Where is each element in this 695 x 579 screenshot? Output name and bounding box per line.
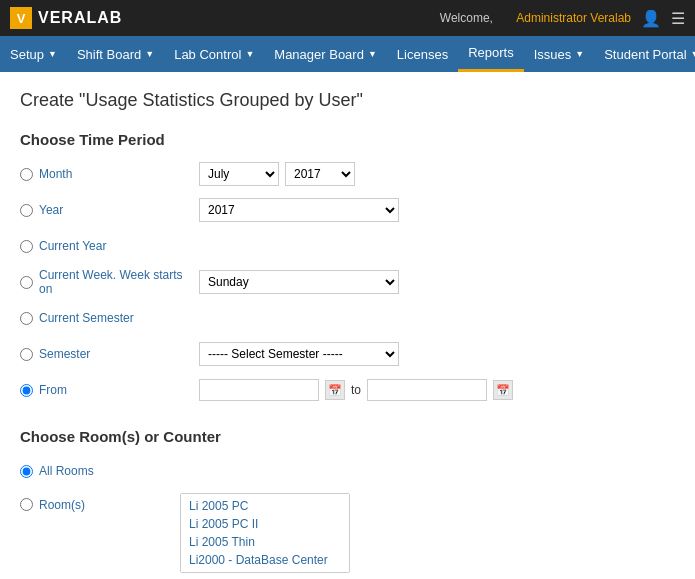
room-option[interactable]: Li 2005 Thin xyxy=(185,533,345,551)
nav-licenses-label: Licenses xyxy=(397,47,448,62)
rooms-radio[interactable] xyxy=(20,498,33,511)
welcome-text: Welcome, xyxy=(440,11,493,25)
nav-issues-label: Issues xyxy=(534,47,572,62)
month-label[interactable]: Month xyxy=(39,167,199,181)
nav-studentportal[interactable]: Student Portal ▼ xyxy=(594,36,695,72)
nav-shiftboard-label: Shift Board xyxy=(77,47,141,62)
nav-setup-arrow: ▼ xyxy=(48,49,57,59)
semester-label[interactable]: Semester xyxy=(39,347,199,361)
top-bar: V VERALAB Welcome, Administrator Veralab… xyxy=(0,0,695,36)
nav-issues-arrow: ▼ xyxy=(575,49,584,59)
nav-labcontrol-label: Lab Control xyxy=(174,47,241,62)
nav-labcontrol-arrow: ▼ xyxy=(245,49,254,59)
current-semester-label[interactable]: Current Semester xyxy=(39,311,199,325)
current-year-label[interactable]: Current Year xyxy=(39,239,199,253)
current-week-radio[interactable] xyxy=(20,276,33,289)
nav-shiftboard-arrow: ▼ xyxy=(145,49,154,59)
nav-managerboard-arrow: ▼ xyxy=(368,49,377,59)
month-select[interactable]: JanuaryFebruaryMarchAprilMayJuneJulyAugu… xyxy=(199,162,279,186)
year-label[interactable]: Year xyxy=(39,203,199,217)
from-calendar-icon[interactable]: 📅 xyxy=(325,380,345,400)
all-rooms-label[interactable]: All Rooms xyxy=(39,464,199,478)
admin-name: Administrator Veralab xyxy=(516,11,631,25)
top-right: Welcome, Administrator Veralab 👤 ☰ xyxy=(440,9,685,28)
room-option[interactable]: Li 2005 PC II xyxy=(185,515,345,533)
semester-row: Semester ----- Select Semester ----- xyxy=(20,340,675,368)
rooms-radio-container: Room(s) xyxy=(20,497,180,512)
nav-issues[interactable]: Issues ▼ xyxy=(524,36,595,72)
rooms-label-text: Room(s) xyxy=(39,498,85,512)
month-year-select[interactable]: 2015201620172018 xyxy=(285,162,355,186)
current-year-radio[interactable] xyxy=(20,240,33,253)
rooms-row: Room(s) Li 2005 PC Li 2005 PC II Li 2005… xyxy=(20,493,675,573)
room-section: Choose Room(s) or Counter All Rooms Room… xyxy=(20,428,675,579)
main-content: Create "Usage Statistics Grouped by User… xyxy=(0,72,695,579)
semester-radio[interactable] xyxy=(20,348,33,361)
current-semester-radio[interactable] xyxy=(20,312,33,325)
all-rooms-row: All Rooms xyxy=(20,457,675,485)
from-date-input[interactable] xyxy=(199,379,319,401)
nav-studentportal-label: Student Portal xyxy=(604,47,686,62)
rooms-listbox[interactable]: Li 2005 PC Li 2005 PC II Li 2005 Thin Li… xyxy=(180,493,350,573)
time-period-section: Choose Time Period Month JanuaryFebruary… xyxy=(20,131,675,404)
from-radio[interactable] xyxy=(20,384,33,397)
nav-bar: Setup ▼ Shift Board ▼ Lab Control ▼ Mana… xyxy=(0,36,695,72)
rooms-label[interactable]: Room(s) xyxy=(39,497,85,512)
nav-setup-label: Setup xyxy=(10,47,44,62)
current-semester-row: Current Semester xyxy=(20,304,675,332)
all-rooms-radio[interactable] xyxy=(20,465,33,478)
month-radio[interactable] xyxy=(20,168,33,181)
room-option[interactable]: Li 2005 PC xyxy=(185,497,345,515)
current-week-label[interactable]: Current Week. Week starts on xyxy=(39,268,199,296)
nav-reports-label: Reports xyxy=(468,45,514,60)
time-period-title: Choose Time Period xyxy=(20,131,675,148)
user-icon[interactable]: 👤 xyxy=(641,9,661,28)
from-row: From 📅 to 📅 xyxy=(20,376,675,404)
nav-shiftboard[interactable]: Shift Board ▼ xyxy=(67,36,164,72)
current-year-row: Current Year xyxy=(20,232,675,260)
nav-studentportal-arrow: ▼ xyxy=(691,49,695,59)
month-controls: JanuaryFebruaryMarchAprilMayJuneJulyAugu… xyxy=(199,162,355,186)
week-controls: SundayMondayTuesdayWednesdayThursdayFrid… xyxy=(199,270,399,294)
year-row: Year 2015201620172018 xyxy=(20,196,675,224)
month-row: Month JanuaryFebruaryMarchAprilMayJuneJu… xyxy=(20,160,675,188)
nav-managerboard[interactable]: Manager Board ▼ xyxy=(264,36,387,72)
logo-name: VERALAB xyxy=(38,9,122,27)
room-option[interactable]: Li2064 - Classroom xyxy=(185,569,345,573)
page-title: Create "Usage Statistics Grouped by User… xyxy=(20,90,675,111)
to-calendar-icon[interactable]: 📅 xyxy=(493,380,513,400)
semester-controls: ----- Select Semester ----- xyxy=(199,342,399,366)
current-week-row: Current Week. Week starts on SundayMonda… xyxy=(20,268,675,296)
room-section-title: Choose Room(s) or Counter xyxy=(20,428,675,445)
from-label[interactable]: From xyxy=(39,383,199,397)
nav-managerboard-label: Manager Board xyxy=(274,47,364,62)
to-date-input[interactable] xyxy=(367,379,487,401)
menu-icon[interactable]: ☰ xyxy=(671,9,685,28)
nav-labcontrol[interactable]: Lab Control ▼ xyxy=(164,36,264,72)
logo-box: V xyxy=(10,7,32,29)
from-controls: 📅 to 📅 xyxy=(199,379,513,401)
week-day-select[interactable]: SundayMondayTuesdayWednesdayThursdayFrid… xyxy=(199,270,399,294)
year-radio[interactable] xyxy=(20,204,33,217)
nav-licenses[interactable]: Licenses xyxy=(387,36,458,72)
to-label: to xyxy=(351,383,361,397)
nav-reports[interactable]: Reports xyxy=(458,36,524,72)
logo: V VERALAB xyxy=(10,7,122,29)
year-select[interactable]: 2015201620172018 xyxy=(199,198,399,222)
year-controls: 2015201620172018 xyxy=(199,198,399,222)
logo-letter: V xyxy=(17,11,26,26)
nav-setup[interactable]: Setup ▼ xyxy=(0,36,67,72)
semester-select[interactable]: ----- Select Semester ----- xyxy=(199,342,399,366)
room-option[interactable]: Li2000 - DataBase Center xyxy=(185,551,345,569)
